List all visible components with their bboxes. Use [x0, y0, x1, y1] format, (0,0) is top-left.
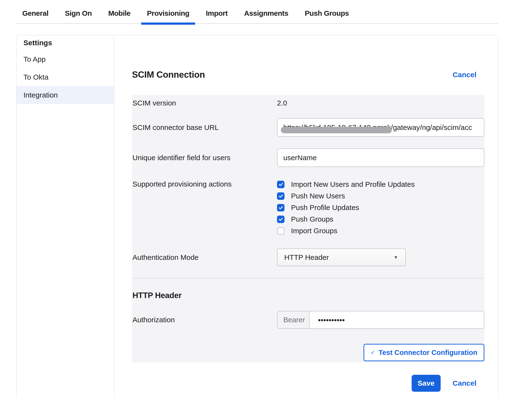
authorization-prefix: Bearer: [277, 311, 310, 328]
checkbox-label: Push Groups: [291, 215, 333, 223]
unique-id-label: Unique identifier field for users: [132, 148, 277, 167]
scim-version-label: SCIM version: [132, 99, 277, 107]
sidebar-header: Settings: [17, 35, 114, 50]
sidebar-item-integration[interactable]: Integration: [17, 86, 114, 104]
sidebar-item-to-okta[interactable]: To Okta: [17, 68, 114, 86]
authorization-token-input[interactable]: ●●●●●●●●●●: [310, 311, 345, 328]
authorization-input-group: Bearer ●●●●●●●●●●: [277, 311, 484, 329]
auth-mode-select[interactable]: HTTP Header ▼: [277, 248, 406, 266]
tab-sign-on[interactable]: Sign On: [59, 3, 98, 23]
section-divider: [132, 278, 484, 278]
action-import-new-users: Import New Users and Profile Updates: [277, 179, 484, 190]
cancel-link-top[interactable]: Cancel: [453, 71, 476, 79]
checkbox-push-profile-updates[interactable]: [277, 204, 284, 211]
tab-import[interactable]: Import: [200, 3, 233, 23]
auth-mode-label: Authentication Mode: [132, 248, 277, 266]
checkbox-import-groups[interactable]: [277, 227, 284, 235]
checkbox-label: Push Profile Updates: [291, 203, 359, 212]
unique-id-input[interactable]: userName: [277, 148, 484, 167]
base-url-redacted-text: https://b5kd-195-19-67-140.ngrok: [283, 123, 391, 132]
checkbox-label: Push New Users: [291, 192, 345, 200]
tab-general[interactable]: General: [16, 3, 54, 23]
main-content: SCIM Connection Cancel SCIM version 2.0 …: [114, 35, 498, 398]
scim-connection-form: SCIM version 2.0 SCIM connector base URL…: [132, 95, 484, 362]
redaction-bar: [281, 127, 392, 133]
authorization-label: Authorization: [132, 311, 277, 329]
tab-push-groups[interactable]: Push Groups: [299, 3, 355, 23]
checkbox-push-groups[interactable]: [277, 216, 284, 223]
page-title: SCIM Connection: [132, 70, 205, 80]
tab-provisioning[interactable]: Provisioning: [141, 3, 195, 23]
provisioning-actions-label: Supported provisioning actions: [132, 179, 277, 237]
base-url-visible-tail: /gateway/ng/api/scim/acc: [391, 123, 472, 132]
action-push-profile-updates: Push Profile Updates: [277, 202, 484, 213]
test-connector-configuration-button[interactable]: ✓ Test Connector Configuration: [364, 344, 484, 361]
tab-mobile[interactable]: Mobile: [102, 3, 136, 23]
checkbox-label: Import Groups: [291, 227, 337, 235]
sidebar-item-to-app[interactable]: To App: [17, 50, 114, 68]
action-push-new-users: Push New Users: [277, 190, 484, 202]
save-button[interactable]: Save: [412, 375, 441, 392]
check-icon: ✓: [371, 349, 375, 356]
scim-version-value: 2.0: [277, 99, 484, 107]
http-header-section-title: HTTP Header: [132, 291, 484, 300]
settings-card: Settings To App To Okta Integration SCIM…: [16, 35, 498, 398]
app-tab-bar: General Sign On Mobile Provisioning Impo…: [16, 0, 498, 24]
checkbox-push-new-users[interactable]: [277, 192, 284, 200]
action-push-groups: Push Groups: [277, 213, 484, 225]
settings-sidebar: Settings To App To Okta Integration: [17, 35, 114, 398]
chevron-down-icon: ▼: [394, 255, 398, 260]
tab-assignments[interactable]: Assignments: [238, 3, 294, 23]
cancel-link-bottom[interactable]: Cancel: [453, 379, 476, 387]
action-import-groups: Import Groups: [277, 225, 484, 237]
base-url-label: SCIM connector base URL: [132, 118, 277, 137]
checkbox-import-new-users[interactable]: [277, 181, 284, 188]
base-url-input[interactable]: https://b5kd-195-19-67-140.ngrok /gatewa…: [277, 118, 484, 137]
checkbox-label: Import New Users and Profile Updates: [291, 180, 415, 188]
